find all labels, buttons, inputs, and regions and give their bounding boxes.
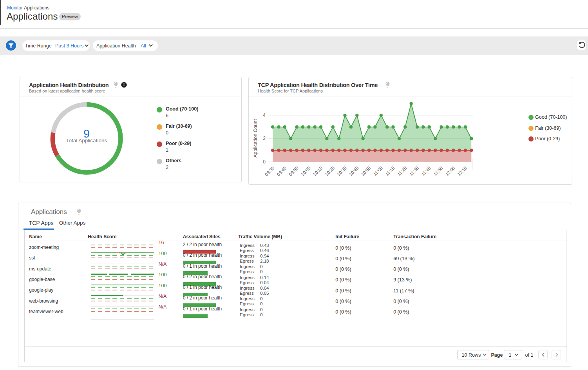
svg-text:10:55: 10:55	[360, 165, 372, 177]
svg-text:11:05: 11:05	[373, 165, 384, 176]
svg-text:0: 0	[263, 159, 266, 165]
svg-text:09:45: 09:45	[276, 165, 287, 177]
svg-text:09:55: 09:55	[288, 165, 299, 177]
svg-text:11:15: 11:15	[385, 165, 396, 176]
svg-text:11:35: 11:35	[409, 165, 420, 176]
svg-text:10:45: 10:45	[348, 165, 360, 177]
svg-text:12:05: 12:05	[445, 165, 456, 177]
svg-text:10:35: 10:35	[336, 165, 347, 177]
svg-text:2: 2	[263, 136, 266, 141]
svg-text:10:25: 10:25	[324, 165, 335, 177]
svg-text:12:15: 12:15	[456, 165, 468, 177]
svg-text:Application Count: Application Count	[253, 119, 258, 158]
svg-text:4: 4	[263, 112, 266, 118]
svg-text:11:25: 11:25	[396, 165, 407, 176]
svg-text:09:35: 09:35	[264, 165, 275, 177]
svg-text:11:55: 11:55	[433, 165, 444, 176]
svg-text:10:05: 10:05	[300, 165, 311, 177]
svg-text:11:45: 11:45	[421, 165, 432, 176]
svg-text:10:15: 10:15	[312, 165, 324, 177]
